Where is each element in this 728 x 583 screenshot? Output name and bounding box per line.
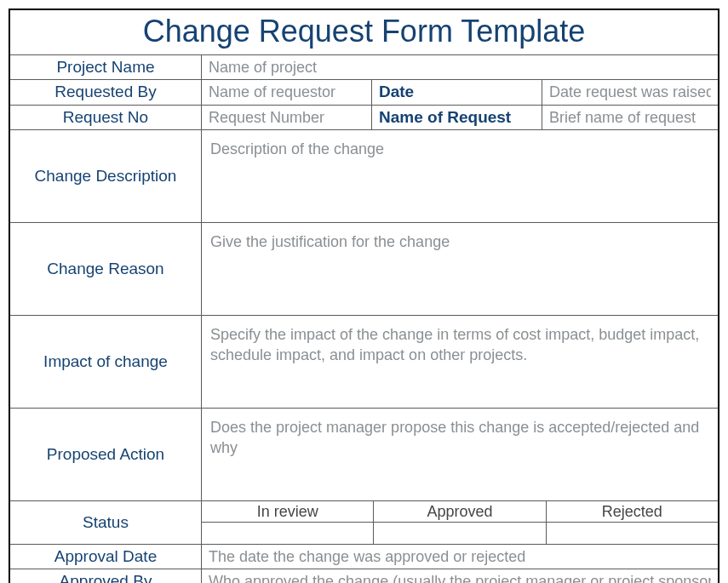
label-change-reason: Change Reason (10, 223, 202, 315)
status-value-in-review[interactable] (202, 523, 373, 544)
label-change-description: Change Description (10, 130, 202, 222)
value-impact-of-change (202, 316, 718, 408)
status-grid: In review Approved Rejected (202, 501, 718, 544)
input-proposed-action[interactable] (210, 417, 709, 492)
value-change-description (202, 130, 718, 222)
value-approved-by (202, 569, 718, 583)
input-approval-date[interactable] (209, 546, 711, 567)
change-request-form: Change Request Form Template Project Nam… (9, 9, 719, 583)
value-date (542, 80, 718, 104)
value-change-reason (202, 223, 718, 315)
value-requested-by (202, 80, 372, 104)
input-requested-by[interactable] (209, 82, 364, 102)
status-value-approved[interactable] (373, 523, 545, 544)
row-proposed-action: Proposed Action (10, 409, 718, 501)
input-change-reason[interactable] (210, 231, 709, 306)
value-approval-date (202, 545, 718, 569)
value-project-name (202, 55, 718, 79)
input-approved-by[interactable] (209, 571, 711, 583)
row-requested-by: Requested By Date (10, 80, 718, 105)
label-name-of-request: Name of Request (372, 106, 542, 129)
label-request-no: Request No (10, 106, 202, 129)
status-value-rejected[interactable] (546, 523, 718, 544)
input-date[interactable] (549, 82, 711, 102)
label-date: Date (372, 80, 542, 104)
input-name-of-request[interactable] (549, 107, 711, 128)
label-status: Status (10, 501, 202, 544)
label-approved-by: Approved By (10, 569, 202, 583)
label-requested-by: Requested By (10, 80, 202, 104)
label-approval-date: Approval Date (10, 545, 202, 569)
row-approval-date: Approval Date (10, 545, 718, 569)
row-change-reason: Change Reason (10, 223, 718, 316)
label-proposed-action: Proposed Action (10, 409, 202, 500)
row-status: Status In review Approved Rejected (10, 501, 718, 545)
status-option-approved: Approved (373, 501, 545, 523)
form-title: Change Request Form Template (10, 10, 718, 55)
row-approved-by: Approved By (10, 569, 718, 583)
status-option-rejected: Rejected (546, 501, 718, 523)
value-request-no (202, 106, 372, 129)
label-project-name: Project Name (10, 55, 202, 79)
row-request-no: Request No Name of Request (10, 106, 718, 130)
status-option-in-review: In review (202, 501, 373, 523)
value-proposed-action (202, 409, 718, 500)
status-value-row (202, 523, 718, 544)
input-request-no[interactable] (209, 107, 364, 128)
input-project-name[interactable] (209, 57, 711, 77)
label-impact-of-change: Impact of change (10, 316, 202, 408)
row-change-description: Change Description (10, 130, 718, 223)
status-header-row: In review Approved Rejected (202, 501, 718, 523)
row-impact-of-change: Impact of change (10, 316, 718, 409)
row-project-name: Project Name (10, 55, 718, 80)
value-name-of-request (542, 106, 718, 129)
input-impact-of-change[interactable] (210, 324, 709, 399)
input-change-description[interactable] (210, 139, 709, 214)
